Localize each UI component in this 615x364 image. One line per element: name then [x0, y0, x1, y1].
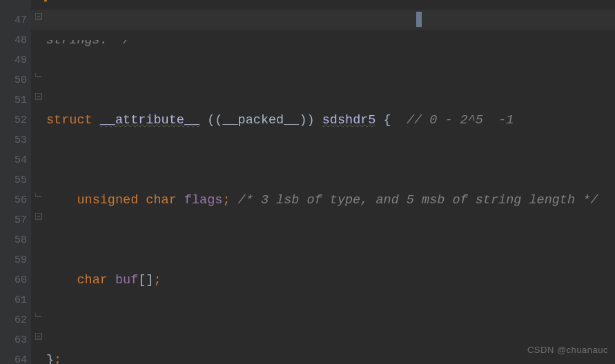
code-area[interactable]: strings. */ struct __attribute__ ((__pac…	[46, 0, 615, 364]
line-number: 50	[0, 70, 27, 90]
code-line: unsigned char flags; /* 3 lsb of type, a…	[46, 190, 615, 210]
line-number: 58	[0, 230, 27, 250]
code-line: strings. */	[46, 40, 130, 50]
line-number: 57	[0, 210, 27, 230]
fold-close-icon[interactable]	[35, 73, 42, 80]
fold-toggle-icon[interactable]	[35, 213, 42, 220]
line-number: 64	[0, 350, 27, 364]
line-number: 62	[0, 310, 27, 330]
line-number: 54	[0, 150, 27, 170]
fold-column	[31, 0, 46, 364]
line-number: 59	[0, 250, 27, 270]
code-editor[interactable]: 47 48 49 50 51 52 53 54 55 56 57 58 59 6…	[0, 0, 615, 364]
line-number: 63	[0, 330, 27, 350]
fold-toggle-icon[interactable]	[35, 93, 42, 100]
text-caret	[416, 12, 422, 27]
line-number: 56	[0, 190, 27, 210]
code-line: char buf[];	[46, 270, 615, 290]
code-line: struct __attribute__ ((__packed__)) sdsh…	[46, 110, 615, 130]
fold-toggle-icon[interactable]	[35, 333, 42, 340]
fold-toggle-icon[interactable]	[35, 13, 42, 20]
line-number: 55	[0, 170, 27, 190]
watermark-text: CSDN @chuanauc	[527, 340, 608, 360]
line-number: 51	[0, 90, 27, 110]
line-number-gutter: 47 48 49 50 51 52 53 54 55 56 57 58 59 6…	[0, 0, 31, 364]
line-number: 49	[0, 50, 27, 70]
line-number: 47	[0, 10, 27, 30]
fold-close-icon[interactable]	[35, 313, 42, 320]
line-number: 52	[0, 110, 27, 130]
fold-close-icon[interactable]	[35, 193, 42, 200]
line-number: 61	[0, 290, 27, 310]
line-number: 48	[0, 30, 27, 50]
line-number: 60	[0, 270, 27, 290]
line-number: 53	[0, 130, 27, 150]
